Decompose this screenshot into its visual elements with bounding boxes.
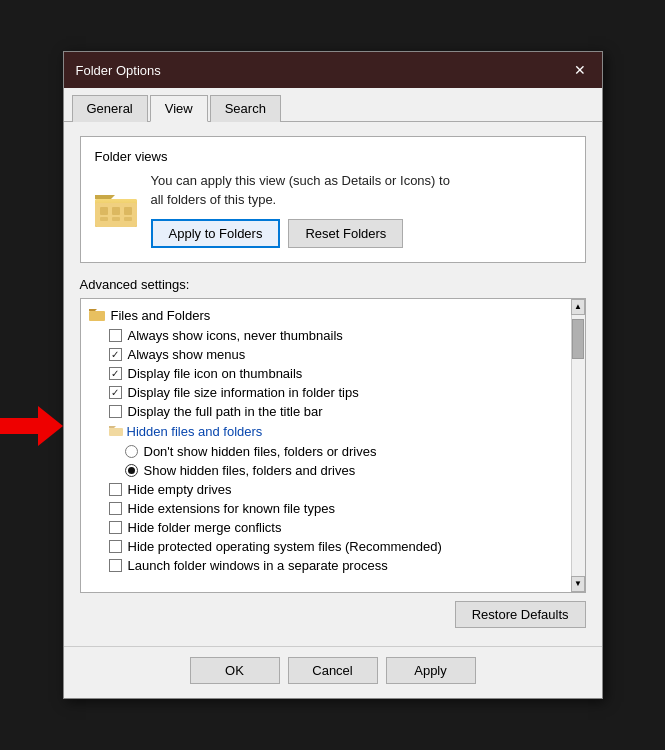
setting-hide-protected-files[interactable]: Hide protected operating system files (R… [81, 537, 571, 556]
checkbox-display-file-size[interactable] [109, 386, 122, 399]
scroll-down-button[interactable]: ▼ [571, 576, 585, 592]
setting-always-show-icons[interactable]: Always show icons, never thumbnails [81, 326, 571, 345]
advanced-settings-box: Files and Folders Always show icons, nev… [80, 298, 586, 593]
dialog-title: Folder Options [76, 63, 161, 78]
folder-options-dialog: Folder Options ✕ General View Search Fol… [63, 51, 603, 698]
svg-marker-4 [95, 195, 115, 199]
svg-marker-12 [89, 309, 97, 311]
tab-search[interactable]: Search [210, 95, 281, 122]
settings-list[interactable]: Files and Folders Always show icons, nev… [81, 299, 571, 592]
setting-display-file-icon[interactable]: Display file icon on thumbnails [81, 364, 571, 383]
setting-always-show-menus[interactable]: Always show menus [81, 345, 571, 364]
setting-hide-folder-merge[interactable]: Hide folder merge conflicts [81, 518, 571, 537]
radio-show-hidden[interactable] [125, 464, 138, 477]
reset-folders-button[interactable]: Reset Folders [288, 219, 403, 248]
apply-button[interactable]: Apply [386, 657, 476, 684]
cancel-button[interactable]: Cancel [288, 657, 378, 684]
hidden-folder-icon [109, 425, 123, 437]
svg-rect-6 [112, 207, 120, 215]
checkbox-display-file-icon[interactable] [109, 367, 122, 380]
folder-views-inner: You can apply this view (such as Details… [95, 172, 571, 247]
svg-marker-14 [109, 426, 116, 428]
checkbox-always-show-icons[interactable] [109, 329, 122, 342]
scroll-thumb[interactable] [572, 319, 584, 359]
setting-hide-empty-drives[interactable]: Hide empty drives [81, 480, 571, 499]
svg-rect-13 [109, 428, 123, 436]
svg-rect-5 [100, 207, 108, 215]
setting-launch-separate-process[interactable]: Launch folder windows in a separate proc… [81, 556, 571, 575]
files-folder-icon [89, 308, 105, 322]
dialog-footer: OK Cancel Apply [64, 646, 602, 698]
svg-rect-8 [100, 217, 108, 221]
svg-rect-9 [112, 217, 120, 221]
checkbox-hide-folder-merge[interactable] [109, 521, 122, 534]
folder-views-title: Folder views [95, 149, 571, 164]
setting-hide-extensions[interactable]: Hide extensions for known file types [81, 499, 571, 518]
files-folders-header: Files and Folders [81, 305, 571, 326]
tab-bar: General View Search [64, 88, 602, 122]
tab-general[interactable]: General [72, 95, 148, 122]
folder-view-buttons: Apply to Folders Reset Folders [151, 219, 450, 248]
radio-dont-show-hidden[interactable] [125, 445, 138, 458]
ok-button[interactable]: OK [190, 657, 280, 684]
folder-views-section: Folder views [80, 136, 586, 262]
hidden-files-header: Hidden files and folders [81, 421, 571, 442]
checkbox-hide-empty-drives[interactable] [109, 483, 122, 496]
files-folders-label: Files and Folders [111, 308, 211, 323]
settings-scrollbar[interactable]: ▲ ▼ [571, 299, 585, 592]
checkbox-display-full-path[interactable] [109, 405, 122, 418]
restore-defaults-row: Restore Defaults [80, 593, 586, 632]
tab-view[interactable]: View [150, 95, 208, 122]
close-button[interactable]: ✕ [570, 60, 590, 80]
checkbox-launch-separate-process[interactable] [109, 559, 122, 572]
folder-views-right: You can apply this view (such as Details… [151, 172, 450, 247]
dialog-content: Folder views [64, 122, 602, 645]
checkbox-always-show-menus[interactable] [109, 348, 122, 361]
scroll-up-button[interactable]: ▲ [571, 299, 585, 315]
folder-views-description: You can apply this view (such as Details… [151, 172, 450, 208]
title-bar: Folder Options ✕ [64, 52, 602, 88]
svg-rect-7 [124, 207, 132, 215]
apply-to-folders-button[interactable]: Apply to Folders [151, 219, 281, 248]
advanced-settings-label: Advanced settings: [80, 277, 586, 292]
setting-dont-show-hidden[interactable]: Don't show hidden files, folders or driv… [81, 442, 571, 461]
folder-icon [95, 191, 137, 229]
svg-rect-10 [124, 217, 132, 221]
checkbox-hide-extensions[interactable] [109, 502, 122, 515]
setting-show-hidden[interactable]: Show hidden files, folders and drives [81, 461, 571, 480]
checkbox-hide-protected-files[interactable] [109, 540, 122, 553]
setting-display-full-path[interactable]: Display the full path in the title bar [81, 402, 571, 421]
setting-display-file-size[interactable]: Display file size information in folder … [81, 383, 571, 402]
restore-defaults-button[interactable]: Restore Defaults [455, 601, 586, 628]
svg-rect-11 [89, 311, 105, 321]
